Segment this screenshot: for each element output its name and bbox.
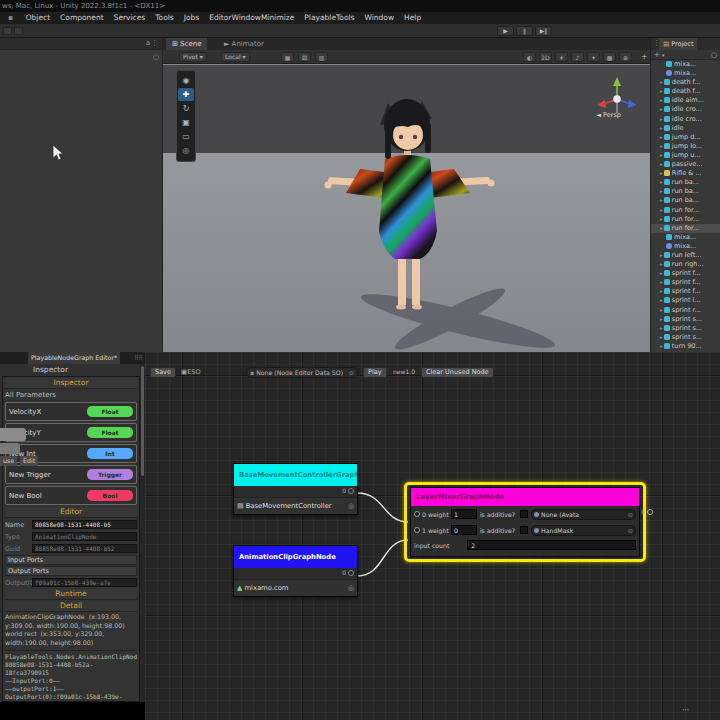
eso-toggle[interactable]: ▣ESO — [181, 368, 201, 376]
output-port[interactable]: 0 — [342, 487, 354, 494]
parameter-type-pill[interactable]: Trigger — [87, 469, 133, 480]
menu-window[interactable]: Window — [365, 12, 395, 24]
expander-icon[interactable]: ▸ — [660, 179, 663, 185]
project-item[interactable]: ▸run ba... — [651, 187, 720, 196]
project-item[interactable]: ▸sprint s... — [651, 315, 720, 324]
view-option-icon-4[interactable]: ✦ — [587, 52, 600, 62]
expander-icon[interactable]: ▸ — [660, 307, 663, 313]
project-item[interactable]: ▸run left... — [651, 251, 720, 260]
parameter-row[interactable]: VelocityXFloat — [5, 402, 137, 421]
mask-object-field[interactable]: HandMask⊙ — [531, 525, 636, 536]
persp-label[interactable]: ◄ Persp — [596, 111, 621, 119]
expander-icon[interactable]: ▸ — [660, 207, 663, 213]
scene-viewport[interactable]: ◉✚↻▣▭◎ ◄ Persp — [163, 64, 650, 360]
node-title[interactable]: LayerMixerGraphNode — [411, 488, 639, 506]
project-item[interactable]: ▸sprint s... — [651, 324, 720, 333]
project-item[interactable]: ▸run for... — [651, 206, 720, 215]
parameter-type-pill[interactable]: Bool — [87, 490, 133, 501]
expander-icon[interactable]: ▸ — [660, 261, 663, 267]
tab-animator[interactable]: ► Animator — [218, 38, 270, 50]
node-title[interactable]: BaseMovementControllerGraphNode — [234, 464, 357, 486]
step-button[interactable]: ▶‖ — [535, 26, 552, 36]
controller-object-row[interactable]: ▤ BaseMovementController ◎ — [234, 498, 357, 514]
expander-icon[interactable]: ▸ — [660, 270, 663, 276]
rotate-tool[interactable]: ↻ — [178, 102, 194, 115]
view-tool[interactable]: ◉ — [178, 74, 194, 87]
view-option-icon-2[interactable]: ☀ — [555, 52, 568, 62]
input-port-dot[interactable] — [414, 527, 420, 533]
weight-field[interactable]: 0 — [451, 525, 477, 535]
project-item[interactable]: ▸sprint f... — [651, 278, 720, 287]
base-movement-controller-node[interactable]: BaseMovementControllerGraphNode 0 ▤ Base… — [233, 463, 358, 515]
expander-icon[interactable]: ▸ — [660, 152, 663, 158]
project-item[interactable]: ▸run for... — [651, 215, 720, 224]
toolbar-left-icon[interactable] — [3, 27, 12, 35]
project-item[interactable]: ▸run ba... — [651, 178, 720, 187]
mixer-input-row[interactable]: 0weight1is additive?None (Avata⊙ — [411, 506, 639, 522]
snap-icon-1[interactable]: ⚄ — [298, 52, 311, 62]
expander-icon[interactable]: ▸ — [660, 170, 663, 176]
tab-scene[interactable]: ⊞ Scene — [166, 38, 207, 50]
input-port-dot[interactable] — [414, 511, 420, 517]
rect-tool[interactable]: ▭ — [178, 130, 194, 143]
tab-playable-node-graph-editor[interactable]: PlayableNodeGraph Editor* — [28, 352, 120, 364]
expander-icon[interactable]: ▸ — [660, 288, 663, 294]
expander-icon[interactable]: ▸ — [660, 88, 663, 94]
project-search-icon[interactable]: ○ — [711, 51, 717, 59]
expander-icon[interactable]: ▸ — [660, 297, 663, 303]
project-item[interactable]: ▸idle cro... — [651, 115, 720, 124]
pivot-dropdown[interactable]: Pivot ▾ — [179, 52, 207, 62]
expander-icon[interactable]: ▸ — [660, 197, 663, 203]
parameter-type-pill[interactable]: Int — [87, 448, 133, 459]
node-editor-data-object-field[interactable]: ▪ None (Node Editor Data SO) ⊙ — [246, 367, 358, 378]
graph-play-button[interactable]: Play — [363, 367, 387, 378]
project-item[interactable]: ▸sprint l... — [651, 296, 720, 305]
menu-help[interactable]: Help — [404, 12, 421, 24]
project-item[interactable]: ▸sprint s... — [651, 333, 720, 342]
resize-grip-icon[interactable]: ⋯ — [682, 706, 690, 714]
project-item[interactable]: ▸death f... — [651, 87, 720, 96]
toolbar-left-icon2[interactable] — [14, 27, 23, 35]
project-item[interactable]: ▸idle cro... — [651, 105, 720, 114]
lock-icon[interactable]: a — [146, 39, 150, 47]
view-option-icon-6[interactable]: ⊕ — [619, 52, 632, 62]
layer-mixer-node[interactable]: LayerMixerGraphNode 0weight1is additive?… — [410, 487, 640, 557]
clip-object-row[interactable]: ▲ mixamo.com ◎ — [234, 580, 357, 596]
project-item[interactable]: ▸jump d... — [651, 133, 720, 142]
expander-icon[interactable]: ▸ — [660, 134, 663, 140]
project-item[interactable]: ▸sprint r... — [651, 306, 720, 315]
view-option-icon-0[interactable]: ◐ — [523, 52, 536, 62]
output-port[interactable]: 0 — [342, 569, 354, 576]
expander-icon[interactable]: ▸ — [660, 225, 663, 231]
fragment-tab-edit[interactable]: Edit — [20, 456, 38, 466]
object-picker-icon[interactable]: ⊙ — [628, 511, 633, 518]
menu-playabletools[interactable]: PlayableTools — [304, 12, 354, 24]
menu-jobs[interactable]: Jobs — [184, 12, 199, 24]
weight-field[interactable]: 1 — [451, 509, 477, 519]
local-dropdown[interactable]: Local ▾ — [221, 52, 250, 62]
tab-project[interactable]: ▤ Project — [659, 38, 697, 50]
expander-icon[interactable]: ▸ — [660, 325, 663, 331]
expander-icon[interactable]: ▸ — [660, 106, 663, 112]
view-option-icon-3[interactable]: ♪ — [571, 52, 584, 62]
project-item[interactable]: ▸run ba... — [651, 196, 720, 205]
drag-handle-icon[interactable]: ⠿⠿ — [134, 354, 143, 361]
parameter-row[interactable]: New BoolBool — [5, 486, 137, 505]
menu-services[interactable]: Services — [114, 12, 146, 24]
expander-icon[interactable]: ▸ — [660, 79, 663, 85]
expander-icon[interactable]: ▸ — [660, 116, 663, 122]
fragment-tab-use[interactable]: use — [0, 456, 17, 466]
project-item[interactable]: mixa... — [651, 60, 720, 69]
transform-tool[interactable]: ◎ — [178, 144, 194, 157]
project-item[interactable]: ▸turn 90... — [651, 342, 720, 351]
input-count-field[interactable]: 2 — [467, 540, 636, 550]
project-item[interactable]: ▸sprint f... — [651, 287, 720, 296]
snap-icon-0[interactable]: ▦ — [281, 52, 294, 62]
snap-icon-2[interactable]: ▥ — [315, 52, 328, 62]
output-ports-header[interactable]: Output Ports — [5, 566, 137, 576]
project-item[interactable]: mixa... — [651, 233, 720, 242]
expander-icon[interactable]: ▸ — [660, 161, 663, 167]
pause-button[interactable]: ‖ — [516, 26, 533, 36]
expander-icon[interactable]: ▸ — [660, 279, 663, 285]
project-item[interactable]: ▸jump u... — [651, 151, 720, 160]
